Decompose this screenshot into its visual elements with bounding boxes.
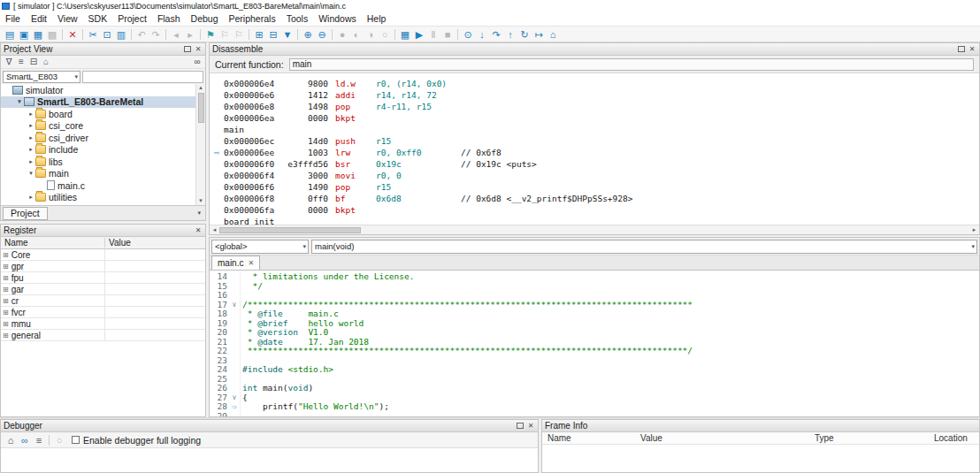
frame-column-location[interactable]: Location <box>934 433 968 443</box>
register-row-core[interactable]: ⊞Core <box>1 249 205 261</box>
frame-info-body[interactable] <box>542 445 979 472</box>
expand-icon[interactable]: ⊞ <box>3 332 9 339</box>
menu-project[interactable]: Project <box>112 13 152 24</box>
build-project-icon[interactable]: ⊞ <box>252 27 266 42</box>
register-row-general[interactable]: ⊞general <box>1 330 205 341</box>
scroll-right-icon[interactable]: ▸ <box>969 226 979 233</box>
disasm-row[interactable]: 0x000006fa0000bkpt <box>210 204 979 216</box>
new-file-icon[interactable]: ▤ <box>3 27 17 42</box>
collapse-icon[interactable]: ▾ <box>15 98 24 105</box>
float-panel-button[interactable] <box>958 46 965 52</box>
expand-icon[interactable]: ⊞ <box>3 274 9 282</box>
tree-item-csi-driver[interactable]: ▸csi_driver <box>1 132 205 144</box>
disasm-row[interactable]: 0x000006e61412addir14, r14, 72 <box>210 89 979 101</box>
menu-peripherals[interactable]: Peripherals <box>224 13 281 24</box>
expand-icon[interactable]: ▸ <box>27 158 35 165</box>
fold-marker-icon[interactable]: ∨ <box>229 393 241 403</box>
paste-icon[interactable]: ▥ <box>114 27 128 42</box>
menu-debug[interactable]: Debug <box>186 13 224 24</box>
menu-edit[interactable]: Edit <box>26 13 52 24</box>
float-panel-button[interactable] <box>184 46 191 52</box>
tab-list-chevron-icon[interactable]: ▾ <box>197 210 203 217</box>
editor-line[interactable]: 25 <box>210 375 979 385</box>
zoom-out-icon[interactable]: ⊖ <box>315 27 329 42</box>
reset-cpu-icon[interactable]: ⊙ <box>461 27 475 42</box>
scroll-left-icon[interactable]: ◂ <box>210 226 219 233</box>
disasm-row[interactable]: 0x000006e49800ld.wr0, (r14, 0x0) <box>210 78 979 89</box>
step-into-icon[interactable]: ↓ <box>475 27 489 42</box>
close-panel-button[interactable]: ✕ <box>194 45 203 53</box>
collapse-icon[interactable]: ▾ <box>27 170 35 177</box>
expand-icon[interactable]: ▸ <box>27 111 35 118</box>
expand-icon[interactable]: ▸ <box>27 122 35 129</box>
expand-icon[interactable]: ⊞ <box>3 309 9 317</box>
menu-file[interactable]: File <box>0 13 26 24</box>
disasm-row[interactable]: 0x000006ea0000bkpt <box>210 112 979 124</box>
tree-item-main[interactable]: ▾main <box>1 168 205 180</box>
expand-icon[interactable]: ⊞ <box>3 263 9 271</box>
memory-window-icon[interactable]: ▦ <box>398 27 412 42</box>
register-row-cr[interactable]: ⊞cr <box>1 295 205 307</box>
register-column-value[interactable]: Value <box>105 238 205 248</box>
project-filter-input[interactable] <box>82 71 203 83</box>
workspace-combobox[interactable]: SmartL_E803 ▾ <box>3 71 80 83</box>
register-row-gar[interactable]: ⊞gar <box>1 284 205 295</box>
tab-project[interactable]: Project <box>3 207 48 220</box>
disasm-label-row[interactable]: board_init <box>210 216 979 225</box>
link-with-editor-icon[interactable]: ∞ <box>191 55 203 69</box>
home-icon[interactable]: ⌂ <box>4 433 18 447</box>
editor-line[interactable]: 26int main(void) <box>210 384 979 393</box>
step-over-icon[interactable]: ↷ <box>489 27 503 42</box>
rebuild-project-icon[interactable]: ⊟ <box>266 27 280 42</box>
tree-item-include[interactable]: ▸include <box>1 144 205 156</box>
editor-line[interactable]: 22 *************************************… <box>210 347 979 356</box>
tree-scrollbar[interactable]: ▲ ▼ <box>195 84 205 205</box>
sort-icon[interactable]: ≡ <box>15 55 27 69</box>
register-row-fpu[interactable]: ⊞fpu <box>1 272 205 284</box>
disasm-row[interactable]: 0x000006f61490popr15 <box>210 181 979 193</box>
scope-combobox[interactable]: <global> ▾ <box>211 240 309 254</box>
cut-icon[interactable]: ✂ <box>86 27 100 42</box>
editor-line[interactable]: 29 <box>210 412 979 417</box>
expand-icon[interactable]: ▸ <box>27 194 35 201</box>
scroll-down-icon[interactable]: ▼ <box>198 197 203 205</box>
close-icon[interactable]: ✕ <box>65 27 80 42</box>
tree-item-smartl-e803-baremetal[interactable]: ▾SmartL_E803-BareMetal <box>1 96 205 109</box>
run-icon[interactable]: ▶ <box>412 27 426 42</box>
copy-icon[interactable]: ⊡ <box>100 27 114 42</box>
step-out-icon[interactable]: ↑ <box>503 27 517 42</box>
link-icon[interactable]: ∞ <box>18 433 32 447</box>
editor-line[interactable]: 24#include <stdio.h> <box>210 365 979 375</box>
save-icon[interactable]: ▦ <box>31 27 45 42</box>
frame-column-value[interactable]: Value <box>640 433 662 443</box>
expand-icon[interactable]: ⊞ <box>3 297 9 305</box>
menu-windows[interactable]: Windows <box>313 13 362 24</box>
menu-tools[interactable]: Tools <box>281 13 314 24</box>
float-panel-button[interactable] <box>517 423 524 429</box>
disasm-row[interactable]: 0x000006f80ff0bf0x6d8// 0x6d8 <__v2_prin… <box>210 193 979 204</box>
register-column-name[interactable]: Name <box>1 238 105 248</box>
filter-log-icon[interactable]: ≡ <box>32 433 46 447</box>
close-panel-button[interactable]: ✕ <box>968 45 976 53</box>
tree-item-board[interactable]: ▸board <box>1 108 205 120</box>
register-row-mmu[interactable]: ⊞mmu <box>1 318 205 330</box>
full-logging-checkbox[interactable] <box>72 436 80 444</box>
frame-column-name[interactable]: Name <box>547 433 571 443</box>
bookmark-icon[interactable]: ⚑ <box>203 27 218 42</box>
editor-line[interactable]: 14 * limitations under the License. <box>210 272 979 282</box>
expand-icon[interactable]: ⊞ <box>3 251 9 259</box>
disasm-hscrollbar[interactable]: ◂ ▸ <box>210 225 979 234</box>
menu-help[interactable]: Help <box>362 13 392 24</box>
disasm-row[interactable]: ⇨0x000006ee1003lrwr0, 0xff0// 0x6f8 <box>210 147 979 158</box>
tree-item-utilities[interactable]: ▸utilities <box>1 192 205 204</box>
tree-item-libs[interactable]: ▸libs <box>1 156 205 168</box>
symbol-combobox[interactable]: main(void) ▾ <box>311 240 977 254</box>
debugger-log[interactable] <box>1 448 538 472</box>
tree-item-main-c[interactable]: main.c <box>1 179 205 192</box>
scrollbar-thumb[interactable] <box>198 93 204 123</box>
disasm-row[interactable]: 0x000006f0e3fffd56bsr0x19c// 0x19c <puts… <box>210 158 979 170</box>
expand-icon[interactable]: ⊞ <box>3 320 9 328</box>
register-row-fvcr[interactable]: ⊞fvcr <box>1 307 205 318</box>
editor-line[interactable]: 15 */ <box>210 282 979 292</box>
download-to-flash-icon[interactable]: ▼ <box>280 27 295 42</box>
